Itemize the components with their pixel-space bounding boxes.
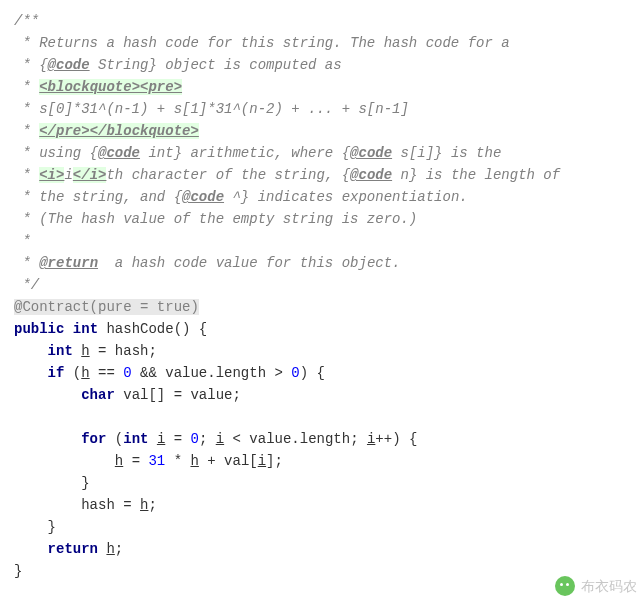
code-line: int h = hash; — [14, 340, 629, 362]
annotation-line: @Contract(pure = true) — [14, 296, 629, 318]
doc-line: * — [14, 230, 629, 252]
doc-open: /** — [14, 10, 629, 32]
doc-line: * <i>i</i>th character of the string, {@… — [14, 164, 629, 186]
contract-annotation: @Contract(pure = true) — [14, 299, 199, 315]
code-line: char val[] = value; — [14, 384, 629, 406]
code-line: h = 31 * h + val[i]; — [14, 450, 629, 472]
method-signature: public int hashCode() { — [14, 318, 629, 340]
watermark-text: 布衣码农 — [581, 575, 637, 592]
doc-line: * s[0]*31^(n-1) + s[1]*31^(n-2) + ... + … — [14, 98, 629, 120]
code-line: for (int i = 0; i < value.length; i++) { — [14, 428, 629, 450]
code-line: } — [14, 472, 629, 494]
blank-line — [14, 406, 629, 428]
doc-line: * (The hash value of the empty string is… — [14, 208, 629, 230]
doc-line: * {@code String} object is computed as — [14, 54, 629, 76]
code-line: hash = h; — [14, 494, 629, 516]
doc-line: * using {@code int} arithmetic, where {@… — [14, 142, 629, 164]
doc-line: * <blockquote><pre> — [14, 76, 629, 98]
code-line: if (h == 0 && value.length > 0) { — [14, 362, 629, 384]
doc-line: * Returns a hash code for this string. T… — [14, 32, 629, 54]
doc-line: * the string, and {@code ^} indicates ex… — [14, 186, 629, 208]
wechat-icon — [555, 576, 575, 592]
doc-return: * @return a hash code value for this obj… — [14, 252, 629, 274]
doc-line: * </pre></blockquote> — [14, 120, 629, 142]
code-line: } — [14, 560, 629, 582]
code-line: return h; — [14, 538, 629, 560]
code-line: } — [14, 516, 629, 538]
doc-close: */ — [14, 274, 629, 296]
watermark: 布衣码农 — [555, 575, 637, 592]
